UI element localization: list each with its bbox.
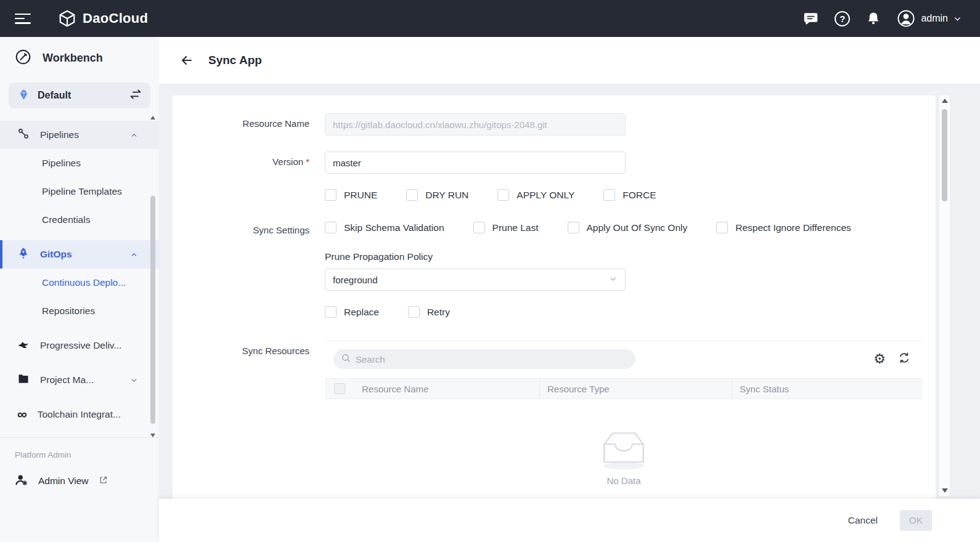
- infinity-icon: ∞: [17, 410, 27, 419]
- scroll-up-arrow[interactable]: [942, 99, 948, 103]
- column-resource-type: Resource Type: [539, 379, 732, 398]
- scroll-up-arrow[interactable]: [150, 116, 155, 119]
- topbar-actions: ? admin: [803, 9, 980, 28]
- workbench-header[interactable]: Workbench: [0, 37, 159, 79]
- respect-ignore-differences-checkbox[interactable]: Respect Ignore Differences: [716, 222, 851, 233]
- checkbox-box: [408, 306, 420, 318]
- ok-button[interactable]: OK: [900, 510, 932, 531]
- apply-out-of-sync-only-checkbox[interactable]: Apply Out Of Sync Only: [568, 222, 688, 233]
- sidebar-item-label: Pipelines: [42, 158, 138, 169]
- sidebar-item-progressive-delivery[interactable]: Progressive Deliv...: [0, 331, 159, 360]
- main-scrollbar[interactable]: [939, 95, 950, 496]
- checkbox-box: [568, 222, 579, 233]
- user-menu[interactable]: admin: [897, 9, 962, 28]
- prune-last-checkbox[interactable]: Prune Last: [473, 222, 539, 233]
- search-input[interactable]: [356, 354, 628, 365]
- checkbox-box: [716, 222, 728, 233]
- prune-propagation-policy-label: Prune Propagation Policy: [325, 251, 433, 262]
- sidebar-item-continuous-deployment[interactable]: Continuous Deplo...: [0, 269, 159, 297]
- replace-checkbox[interactable]: Replace: [325, 306, 379, 318]
- select-value: foreground: [333, 275, 609, 285]
- sidebar-item-pipelines[interactable]: Pipelines: [0, 149, 159, 177]
- column-sync-status: Sync Status: [732, 379, 923, 398]
- sidebar: Workbench Default Pipelines Pipelines Pi…: [0, 37, 159, 542]
- table-actions: ⚙: [873, 352, 910, 366]
- dry-run-checkbox[interactable]: DRY RUN: [406, 189, 468, 201]
- back-arrow-icon[interactable]: [180, 54, 194, 67]
- resource-name-row: Resource Name: [173, 113, 936, 136]
- prune-policy-label-row: Prune Propagation Policy: [173, 251, 936, 262]
- avatar-icon: [897, 9, 915, 28]
- prune-checkbox[interactable]: PRUNE: [325, 189, 377, 201]
- sync-resources-row: Sync Resources ⚙ Res: [173, 341, 936, 486]
- page-header: Sync App: [159, 37, 980, 84]
- topbar: DaoCloud ? admin: [0, 0, 980, 37]
- cancel-button[interactable]: Cancel: [848, 515, 878, 526]
- skip-schema-validation-checkbox[interactable]: Skip Schema Validation: [325, 222, 444, 233]
- sidebar-scrollbar[interactable]: [149, 116, 157, 437]
- sidebar-item-admin-view[interactable]: Admin View: [0, 467, 159, 495]
- scrollbar-thumb[interactable]: [942, 109, 947, 201]
- checkbox-box: [406, 189, 418, 201]
- sidebar-item-credentials[interactable]: Credentials: [0, 206, 159, 234]
- version-input[interactable]: [325, 152, 626, 174]
- notifications-bell-icon[interactable]: [866, 11, 881, 26]
- force-checkbox[interactable]: FORCE: [603, 189, 656, 201]
- admin-view-label: Admin View: [38, 475, 89, 487]
- sidebar-item-label: Continuous Deplo...: [42, 277, 138, 288]
- workspace-selector[interactable]: Default: [9, 83, 150, 108]
- gear-icon[interactable]: ⚙: [873, 352, 886, 366]
- sidebar-item-label: Pipelines: [40, 129, 120, 140]
- chevron-down-icon: [953, 15, 962, 23]
- scrollbar-thumb[interactable]: [150, 196, 155, 424]
- checkbox-label: Respect Ignore Differences: [735, 222, 851, 233]
- sync-settings-label: Sync Settings: [173, 220, 309, 235]
- workspace-diamond-icon: [17, 88, 30, 103]
- user-name: admin: [921, 13, 948, 24]
- prune-propagation-policy-select[interactable]: foreground: [325, 269, 626, 291]
- sidebar-item-pipeline-templates[interactable]: Pipeline Templates: [0, 177, 159, 206]
- checkbox-label: Skip Schema Validation: [344, 222, 444, 233]
- chevron-down-icon: [130, 376, 138, 384]
- messages-icon[interactable]: [803, 11, 819, 26]
- sidebar-item-toolchain-integration[interactable]: ∞ Toolchain Integrat...: [0, 400, 159, 429]
- resource-name-input: [325, 113, 626, 136]
- chevron-up-icon: [130, 251, 138, 259]
- search-box[interactable]: [333, 349, 635, 369]
- version-label: Version*: [173, 152, 309, 174]
- checkbox-label: PRUNE: [344, 190, 377, 201]
- checkbox-box: [325, 306, 337, 318]
- rocket-icon: [17, 247, 30, 262]
- column-resource-name: Resource Name: [354, 379, 539, 398]
- empty-state: No Data: [325, 426, 923, 486]
- sidebar-item-pipelines-group[interactable]: Pipelines: [0, 121, 159, 149]
- help-icon[interactable]: ?: [835, 11, 850, 26]
- sidebar-item-project-management[interactable]: Project Ma...: [0, 366, 159, 394]
- brand[interactable]: DaoCloud: [58, 9, 148, 28]
- select-all-checkbox[interactable]: [325, 379, 354, 398]
- sidebar-item-repositories[interactable]: Repositories: [0, 297, 159, 325]
- checkbox-label: APPLY ONLY: [517, 190, 574, 201]
- sidebar-item-label: Repositories: [42, 305, 138, 317]
- flags-row: PRUNE DRY RUN APPLY ONLY FORCE: [173, 189, 936, 201]
- resource-name-label: Resource Name: [173, 113, 309, 136]
- checkbox-box: [325, 189, 337, 201]
- sync-app-form-card: Resource Name Version* PRUNE DRY RUN APP…: [173, 95, 936, 539]
- sidebar-item-gitops-group[interactable]: GitOps: [0, 240, 159, 269]
- table-toolbar: ⚙: [325, 341, 923, 378]
- refresh-icon[interactable]: [898, 352, 910, 366]
- empty-inbox-icon: [597, 426, 651, 471]
- apply-only-checkbox[interactable]: APPLY ONLY: [497, 189, 574, 201]
- pipelines-icon: [17, 127, 30, 142]
- menu-toggle-icon[interactable]: [15, 14, 31, 24]
- extra-options-row: Replace Retry: [173, 306, 936, 318]
- scroll-down-arrow[interactable]: [942, 488, 948, 493]
- platform-admin-section-label: Platform Admin: [0, 438, 159, 467]
- sidebar-item-label: Project Ma...: [40, 374, 120, 386]
- sync-settings-row: Sync Settings Skip Schema Validation Pru…: [173, 220, 936, 235]
- switch-workspace-icon[interactable]: [129, 88, 142, 103]
- retry-checkbox[interactable]: Retry: [408, 306, 450, 318]
- scroll-down-arrow[interactable]: [150, 434, 155, 437]
- prune-policy-select-row: foreground: [173, 269, 936, 291]
- external-link-icon: [99, 475, 108, 487]
